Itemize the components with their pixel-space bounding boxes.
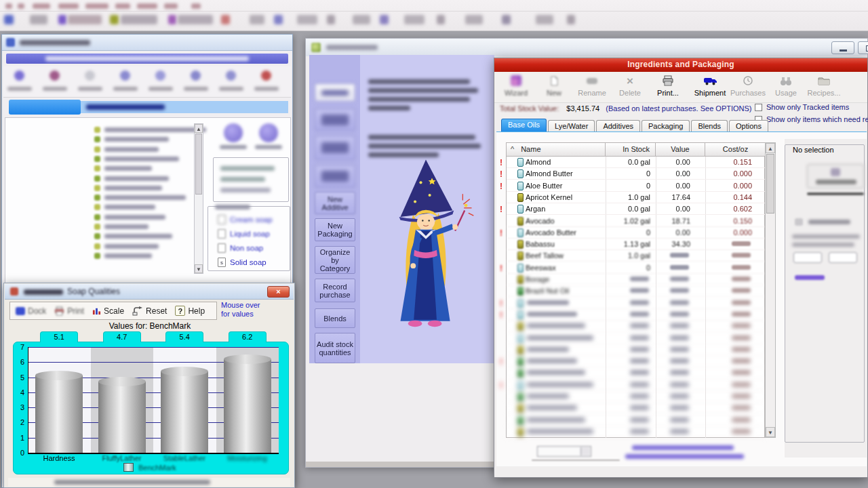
nav-audit-stock-quantities[interactable]: Audit stock quantities xyxy=(315,333,355,363)
table-row[interactable]: Babassu1.13 gal34.30 xyxy=(507,239,766,250)
tree-item-label[interactable] xyxy=(104,176,169,181)
scale-button[interactable]: Scale xyxy=(90,305,127,317)
properties-button[interactable] xyxy=(807,164,864,188)
panel-link[interactable] xyxy=(795,275,825,280)
tree-item-label[interactable] xyxy=(104,195,186,200)
winA-tool-icon[interactable] xyxy=(50,70,60,81)
table-row[interactable] xyxy=(507,321,766,332)
tab-base-oils[interactable]: Base Oils xyxy=(501,119,547,132)
toolbar-icon[interactable] xyxy=(30,15,47,24)
toolbar-icon[interactable] xyxy=(465,15,483,24)
panel-input-1[interactable] xyxy=(793,252,822,263)
winA-tool-icon[interactable] xyxy=(155,70,165,81)
menu-item[interactable] xyxy=(115,3,130,9)
scroll-up-icon[interactable]: ▲ xyxy=(766,143,775,153)
recipe-type-liquid-soap[interactable]: Liquid soap xyxy=(218,228,270,240)
help-button[interactable]: ? Help xyxy=(172,304,208,317)
new-button[interactable]: New xyxy=(535,74,573,101)
winA-tool-icon[interactable] xyxy=(226,70,236,81)
nav-button-blurred[interactable] xyxy=(315,108,355,131)
track-stock-checkbox[interactable] xyxy=(795,218,803,226)
table-row[interactable]: !Almond0.0 gal0.000.151 xyxy=(507,157,766,168)
table-row[interactable]: Borage xyxy=(507,274,766,285)
print-button[interactable]: Print... xyxy=(649,74,687,101)
table-row[interactable]: !Beeswax0 xyxy=(507,262,766,274)
maximize-button[interactable] xyxy=(858,41,868,54)
winA-round-button-2[interactable] xyxy=(259,123,278,142)
table-row[interactable] xyxy=(507,391,766,403)
table-row[interactable]: ! xyxy=(507,380,766,391)
menu-item[interactable] xyxy=(164,3,178,9)
toolbar-icon[interactable] xyxy=(327,15,335,24)
tree-item-label[interactable] xyxy=(104,234,172,239)
winA-scrollbar[interactable]: ▲ ▼ xyxy=(194,123,203,274)
toolbar-icon[interactable] xyxy=(178,15,213,24)
table-row[interactable]: Beef Tallow1.0 gal xyxy=(507,250,766,262)
menu-item[interactable] xyxy=(191,3,201,9)
nav-button-blurred[interactable] xyxy=(315,136,355,160)
menu-item[interactable] xyxy=(33,3,50,9)
toolbar-icon[interactable] xyxy=(437,15,445,24)
tree-item-label[interactable] xyxy=(104,205,155,209)
toolbar-icon[interactable] xyxy=(4,15,14,24)
recipes-button[interactable]: Recipes... xyxy=(805,74,843,101)
minimize-button[interactable] xyxy=(831,41,854,54)
toolbar-icon[interactable] xyxy=(68,15,102,24)
table-scrollbar[interactable]: ▲ ▼ xyxy=(765,142,776,438)
table-row[interactable]: Avocado1.02 gal18.710.150 xyxy=(507,216,766,227)
footer-link-2[interactable] xyxy=(625,454,744,459)
menu-item[interactable] xyxy=(85,3,108,9)
tree-item-label[interactable] xyxy=(104,253,152,258)
winA-tool-icon[interactable] xyxy=(85,70,95,81)
tree-item-label[interactable] xyxy=(104,166,152,171)
toolbar-icon[interactable] xyxy=(536,15,553,24)
menu-item[interactable] xyxy=(5,3,12,9)
print-button[interactable]: Print xyxy=(52,305,87,317)
footer-dropdown[interactable] xyxy=(537,446,591,457)
menu-item[interactable] xyxy=(137,3,157,9)
winA-round-button-1[interactable] xyxy=(224,123,243,142)
tree-item-label[interactable] xyxy=(104,224,149,229)
toolbar-icon[interactable] xyxy=(168,15,176,24)
winA-tool-icon[interactable] xyxy=(191,70,201,81)
winA-tool-icon[interactable] xyxy=(14,70,24,81)
wizard-button[interactable]: Wizard xyxy=(497,74,535,101)
toolbar-icon[interactable] xyxy=(110,15,119,24)
panel-input-2[interactable] xyxy=(829,252,857,263)
menu-item[interactable] xyxy=(58,3,79,9)
header-instock[interactable]: In Stock xyxy=(606,143,656,157)
table-row[interactable] xyxy=(507,403,766,414)
scroll-thumb[interactable] xyxy=(766,154,774,214)
table-row[interactable] xyxy=(507,344,766,356)
show-need-replenish-checkbox[interactable]: Show only items which need repl xyxy=(755,115,868,123)
table-row[interactable] xyxy=(507,426,766,438)
winA-scroll-thumb[interactable] xyxy=(195,134,202,195)
table-row[interactable]: ! xyxy=(507,356,766,367)
tree-item-label[interactable] xyxy=(104,157,179,161)
recipe-type-cream-soap[interactable]: Cream soap xyxy=(218,214,273,226)
nav-record-purchase[interactable]: Record purchase xyxy=(315,279,355,302)
close-button[interactable]: × xyxy=(267,286,290,298)
rename-button[interactable]: Rename xyxy=(573,74,611,101)
table-row[interactable] xyxy=(507,333,766,344)
menu-item[interactable] xyxy=(18,3,24,9)
reset-button[interactable]: Reset xyxy=(130,305,170,317)
tab-packaging[interactable]: Packaging xyxy=(642,120,690,132)
recipe-type-non-soap[interactable]: Non soap xyxy=(218,242,263,254)
toolbar-icon[interactable] xyxy=(297,15,317,24)
toolbar-icon[interactable] xyxy=(567,15,575,24)
checkbox-icon[interactable] xyxy=(755,104,762,111)
nav-new-additive[interactable]: New Additive xyxy=(315,192,355,214)
tree-item-label[interactable] xyxy=(104,186,162,190)
tree-item-label[interactable] xyxy=(104,215,165,220)
winA-tool-icon[interactable] xyxy=(261,70,271,81)
table-row[interactable]: !Avocado Butter00.000.000 xyxy=(507,227,766,239)
toolbar-icon[interactable] xyxy=(404,15,425,24)
chart-titlebar[interactable]: Soap Qualities × xyxy=(5,284,294,300)
tab-additives[interactable]: Additives xyxy=(596,120,640,132)
winA-scroll-up-icon[interactable]: ▲ xyxy=(195,124,203,133)
table-row[interactable]: !Aloe Butter00.000.000 xyxy=(507,180,766,192)
table-row[interactable] xyxy=(507,367,766,379)
table-row[interactable]: !Argan0.0 gal0.000.602 xyxy=(507,203,766,215)
winA-selected-tab[interactable] xyxy=(9,100,81,115)
